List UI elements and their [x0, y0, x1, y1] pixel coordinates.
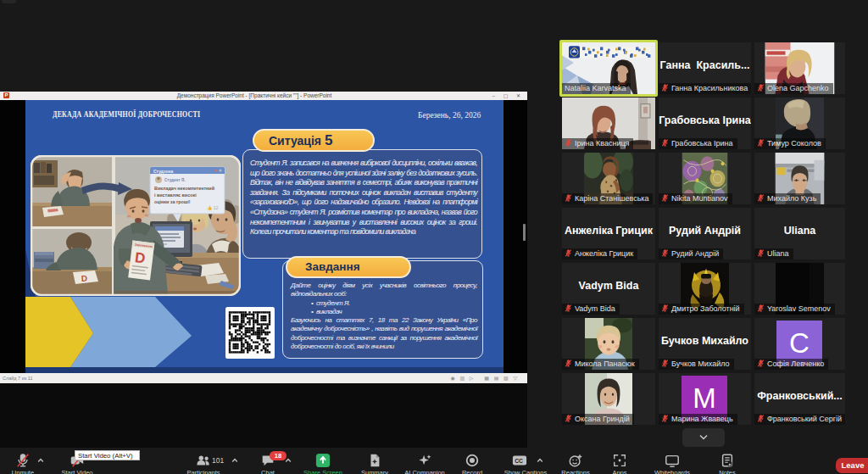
svg-text:CC: CC [515, 458, 523, 464]
